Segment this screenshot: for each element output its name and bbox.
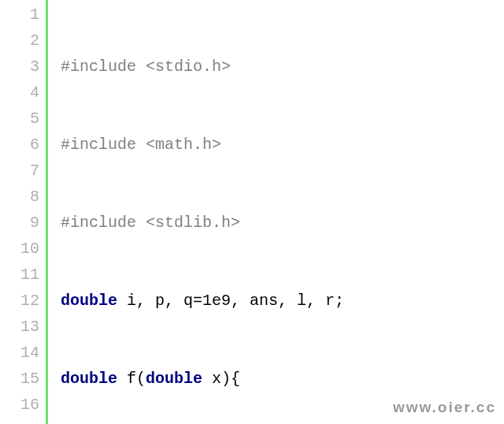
preprocessor: #include [61,58,136,76]
line-number: 2 [0,28,39,54]
line-number: 4 [0,80,39,106]
line-number-gutter: 1 2 3 4 5 6 7 8 9 10 11 12 13 14 15 16 [0,0,48,424]
code-text: x){ [202,370,240,388]
line-number: 12 [0,288,39,314]
keyword: double [61,370,117,388]
code-line: #include <stdlib.h> [61,210,504,236]
code-line: double i, p, q=1e9, ans, l, r; [61,288,504,314]
line-number: 5 [0,106,39,132]
include-file: <math.h> [146,136,221,154]
line-number: 1 [0,2,39,28]
keyword: double [146,370,202,388]
code-line: #include <stdio.h> [61,54,504,80]
include-file: <stdlib.h> [146,214,240,232]
line-number: 3 [0,54,39,80]
preprocessor: #include [61,214,136,232]
line-number: 13 [0,314,39,340]
line-number: 8 [0,184,39,210]
code-editor: 1 2 3 4 5 6 7 8 9 10 11 12 13 14 15 16 #… [0,0,504,424]
watermark: www.oier.cc [393,395,496,419]
line-number: 15 [0,366,39,392]
code-line: double f(double x){ [61,366,504,392]
code-line: #include <math.h> [61,132,504,158]
code-text: f( [117,370,146,388]
line-number: 16 [0,392,39,418]
line-number: 14 [0,340,39,366]
line-number: 11 [0,262,39,288]
include-file: <stdio.h> [146,58,231,76]
line-number: 7 [0,158,39,184]
preprocessor: #include [61,136,136,154]
line-number: 10 [0,236,39,262]
code-area: #include <stdio.h> #include <math.h> #in… [48,0,504,424]
line-number: 9 [0,210,39,236]
line-number: 6 [0,132,39,158]
code-text: i, p, q=1e9, ans, l, r; [117,292,344,310]
keyword: double [61,292,117,310]
